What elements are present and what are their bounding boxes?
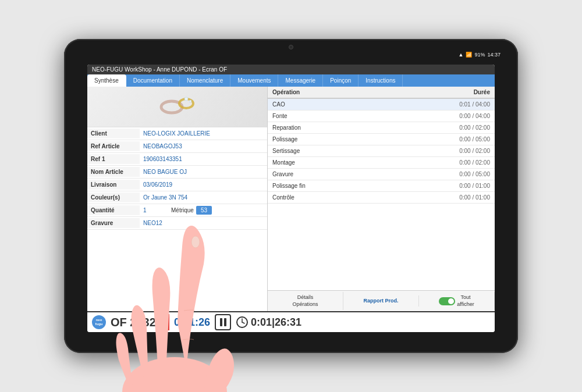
- total-timer: 0:01|26:31: [236, 316, 301, 329]
- pause-bar-left: [220, 318, 222, 326]
- couleur-row: Couleur(s) Or Jaune 3N 754: [87, 191, 267, 204]
- ops-row-polissage[interactable]: Polissage 0:00 / 05:00: [268, 134, 495, 145]
- ops-row-fonte[interactable]: Fonte 0:00 / 04:00: [268, 111, 495, 122]
- client-row: Client NEO-LOGIX JOAILLERIE: [87, 127, 267, 140]
- ref-article-label: Ref Article: [87, 141, 140, 151]
- ops-name-polissage-fin: Polissage fin: [268, 181, 442, 191]
- left-panel: Client NEO-LOGIX JOAILLERIE Ref Article …: [87, 87, 268, 311]
- tab-documentation[interactable]: Documentation: [126, 74, 180, 87]
- quantity-value: 1: [140, 205, 169, 215]
- ref1-value: 190603143351: [140, 154, 267, 164]
- metrique-value: 53: [196, 206, 212, 215]
- livraison-label: Livraison: [87, 180, 140, 190]
- gravure-label: Gravure: [87, 218, 140, 228]
- ops-time-polissage: 0:00 / 05:00: [442, 134, 495, 144]
- total-time-value: 0:01|26:31: [251, 316, 301, 329]
- status-bar: neofugu OF 25329 0:01:26 0:01|26:31: [87, 311, 495, 332]
- nav-tabs: Synthèse Documentation Nomenclature Mouv…: [87, 74, 495, 87]
- ops-row-cao[interactable]: CAO 0:01 / 04:00: [268, 99, 495, 111]
- tab-instructions[interactable]: Instructions: [359, 74, 403, 87]
- ops-time-gravure: 0:00 / 05:00: [442, 169, 495, 179]
- toggle-switch[interactable]: [439, 297, 455, 305]
- ops-name-fonte: Fonte: [268, 111, 442, 121]
- ref-article-value: NEOBAGOJ53: [140, 141, 267, 151]
- clock-icon: [236, 316, 249, 329]
- ops-name-cao: CAO: [268, 99, 442, 109]
- metrique-label: Métrique: [169, 205, 196, 215]
- action-buttons: DétailsOpérations Rapport Prod. Toutaffi…: [268, 290, 495, 311]
- ops-time-cao: 0:01 / 04:00: [442, 99, 495, 109]
- ops-name-gravure: Gravure: [268, 169, 442, 179]
- battery-indicator: 91%: [474, 52, 485, 58]
- nom-article-label: Nom Article: [87, 167, 140, 177]
- ops-row-reparation[interactable]: Reparation 0:00 / 02:00: [268, 122, 495, 134]
- logo-text: neofugu: [95, 318, 103, 326]
- ops-row-polissage-fin[interactable]: Polissage fin 0:00 / 01:00: [268, 180, 495, 192]
- app-topbar: NEO-FUGU WorkShop - Anne DUPOND - Ecran …: [87, 65, 495, 74]
- ops-time-fonte: 0:00 / 04:00: [442, 111, 495, 121]
- tab-messagerie[interactable]: Messagerie: [278, 74, 323, 87]
- pause-bar-right: [224, 318, 226, 326]
- tab-nomenclature[interactable]: Nomenclature: [180, 74, 230, 87]
- couleur-value: Or Jaune 3N 754: [140, 193, 267, 202]
- ops-name-montage: Montage: [268, 158, 442, 168]
- tout-afficher-button[interactable]: Toutafficher: [419, 292, 495, 310]
- current-timer: 0:01:26: [174, 316, 210, 329]
- tab-mouvements[interactable]: Mouvements: [230, 74, 278, 87]
- ops-time-polissage-fin: 0:00 / 01:00: [442, 181, 495, 191]
- red-separator: [167, 314, 169, 330]
- ops-time-montage: 0:00 / 02:00: [442, 158, 495, 168]
- tablet-shell: ▲ 📶 91% 14:37 NEO-FUGU WorkShop - Anne D…: [64, 39, 518, 353]
- toggle-container: Toutafficher: [421, 294, 492, 308]
- pause-button[interactable]: [215, 314, 231, 330]
- operations-table: Opération Durée CAO 0:01 / 04:00 Fonte 0…: [268, 87, 495, 290]
- pause-icon: [220, 318, 226, 326]
- ref-article-row: Ref Article NEOBAGOJ53: [87, 140, 267, 153]
- app-title: NEO-FUGU WorkShop - Anne DUPOND - Ecran …: [92, 66, 227, 73]
- app-logo: neofugu: [92, 315, 106, 329]
- nom-article-row: Nom Article NEO BAGUE OJ: [87, 166, 267, 179]
- ops-time-reparation: 0:00 / 02:00: [442, 123, 495, 133]
- signal-icon: ▲: [459, 52, 464, 58]
- ops-row-controle[interactable]: Contrôle 0:00 / 01:00: [268, 192, 495, 204]
- ops-row-sertissage[interactable]: Sertissage 0:00 / 02:00: [268, 145, 495, 157]
- svg-point-7: [122, 357, 227, 392]
- ops-name-polissage: Polissage: [268, 134, 442, 144]
- nom-article-value: NEO BAGUE OJ: [140, 167, 267, 177]
- tablet-screen: NEO-FUGU WorkShop - Anne DUPOND - Ecran …: [87, 65, 495, 332]
- clock-status: 14:37: [487, 52, 501, 58]
- tab-poincon[interactable]: Poinçon: [323, 74, 359, 87]
- ring-illustration: [154, 91, 201, 123]
- gravure-row: Gravure NEO12: [87, 217, 267, 230]
- couleur-label: Couleur(s): [87, 193, 140, 202]
- ops-name-reparation: Reparation: [268, 123, 442, 133]
- ref1-label: Ref 1: [87, 154, 140, 164]
- of-number: OF 25329: [111, 316, 162, 329]
- wifi-icon: 📶: [466, 52, 472, 58]
- ops-time-sertissage: 0:00 / 02:00: [442, 146, 495, 156]
- ops-name-sertissage: Sertissage: [268, 146, 442, 156]
- main-content: Client NEO-LOGIX JOAILLERIE Ref Article …: [87, 87, 495, 311]
- tout-afficher-label: Toutafficher: [457, 294, 474, 308]
- livraison-value: 03/06/2019: [140, 180, 267, 190]
- ops-row-montage[interactable]: Montage 0:00 / 02:00: [268, 157, 495, 169]
- svg-point-2: [184, 97, 188, 101]
- rapport-prod-button[interactable]: Rapport Prod.: [343, 295, 419, 307]
- tab-synthese[interactable]: Synthèse: [87, 74, 126, 87]
- client-value: NEO-LOGIX JOAILLERIE: [140, 129, 267, 138]
- right-panel: Opération Durée CAO 0:01 / 04:00 Fonte 0…: [268, 87, 495, 311]
- camera: [289, 45, 293, 49]
- details-operations-button[interactable]: DétailsOpérations: [268, 292, 343, 310]
- livraison-row: Livraison 03/06/2019: [87, 179, 267, 191]
- svg-line-6: [242, 322, 244, 323]
- ref1-row: Ref 1 190603143351: [87, 153, 267, 166]
- ops-time-controle: 0:00 / 01:00: [442, 193, 495, 202]
- svg-point-3: [189, 100, 191, 102]
- details-operations-label: DétailsOpérations: [292, 294, 318, 307]
- ops-col-operation: Opération: [268, 87, 442, 98]
- ops-col-duree: Durée: [442, 87, 495, 98]
- quantity-row: Quantité 1 Métrique 53: [87, 204, 267, 217]
- client-label: Client: [87, 129, 140, 138]
- rapport-prod-label: Rapport Prod.: [364, 298, 399, 304]
- ops-row-gravure[interactable]: Gravure 0:00 / 05:00: [268, 169, 495, 180]
